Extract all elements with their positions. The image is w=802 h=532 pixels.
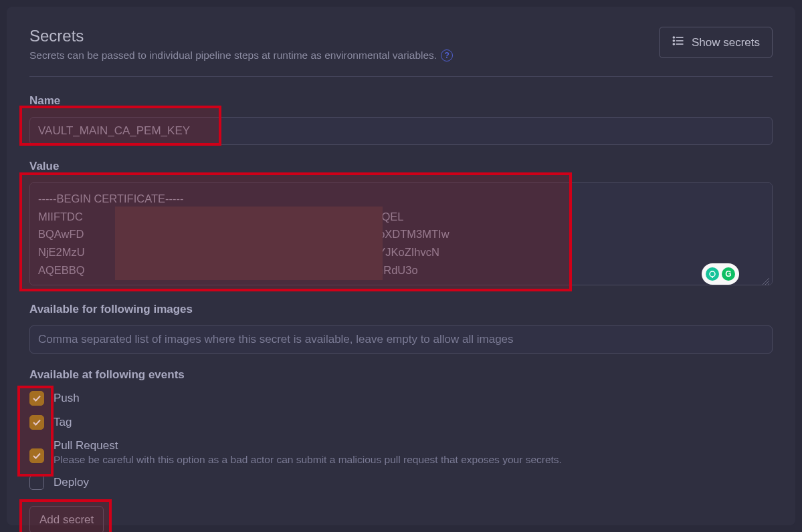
svg-point-3 [673, 37, 674, 38]
textarea-wrap: G [29, 182, 773, 288]
resize-handle-icon[interactable] [762, 277, 770, 285]
help-icon[interactable]: ? [441, 49, 453, 61]
list-icon [672, 34, 685, 51]
secrets-panel: Secrets Secrets can be passed to individ… [7, 7, 795, 525]
event-row-deploy: Deploy [29, 475, 773, 490]
checkbox-label-push: Push [54, 392, 80, 405]
event-row-tag: Tag [29, 415, 773, 430]
checkbox-deploy[interactable] [29, 475, 44, 490]
checkbox-sublabel-pr: Please be careful with this option as a … [54, 454, 562, 466]
images-label: Available for following images [29, 303, 773, 316]
divider [29, 76, 773, 77]
value-textarea[interactable] [29, 182, 773, 285]
value-field-group: Value G [29, 160, 773, 288]
checkbox-pull-request[interactable] [29, 448, 44, 463]
checkbox-push[interactable] [29, 391, 44, 406]
header-text-block: Secrets Secrets can be passed to individ… [29, 27, 453, 61]
grammarly-icon-2: G [722, 267, 735, 281]
svg-point-5 [673, 43, 674, 45]
checkbox-tag[interactable] [29, 415, 44, 430]
event-row-pull-request: Pull Request Please be careful with this… [29, 439, 773, 466]
page-title: Secrets [29, 27, 453, 45]
header-row: Secrets Secrets can be passed to individ… [29, 27, 773, 61]
events-section: Available at following events Push Tag P… [29, 368, 773, 490]
checkbox-label-tag: Tag [54, 416, 72, 429]
name-label: Name [29, 94, 773, 108]
checkbox-label-pr: Pull Request [54, 439, 562, 452]
svg-point-4 [673, 40, 674, 41]
grammarly-icon-1 [706, 267, 719, 281]
add-secret-button[interactable]: Add secret [29, 506, 104, 532]
name-field-group: Name [29, 94, 773, 145]
event-row-push: Push [29, 391, 773, 406]
svg-point-6 [710, 271, 715, 277]
events-label: Available at following events [29, 368, 773, 382]
checkbox-label-deploy: Deploy [54, 476, 89, 489]
pull-request-text: Pull Request Please be careful with this… [54, 439, 562, 466]
show-secrets-button[interactable]: Show secrets [659, 27, 773, 58]
images-field-group: Available for following images [29, 303, 773, 354]
value-label: Value [29, 160, 773, 173]
page-subtitle: Secrets can be passed to individual pipe… [29, 49, 453, 61]
images-input[interactable] [29, 325, 773, 354]
grammarly-widget[interactable]: G [702, 263, 739, 285]
add-button-wrap: Add secret [29, 499, 773, 532]
name-input[interactable] [29, 117, 773, 145]
